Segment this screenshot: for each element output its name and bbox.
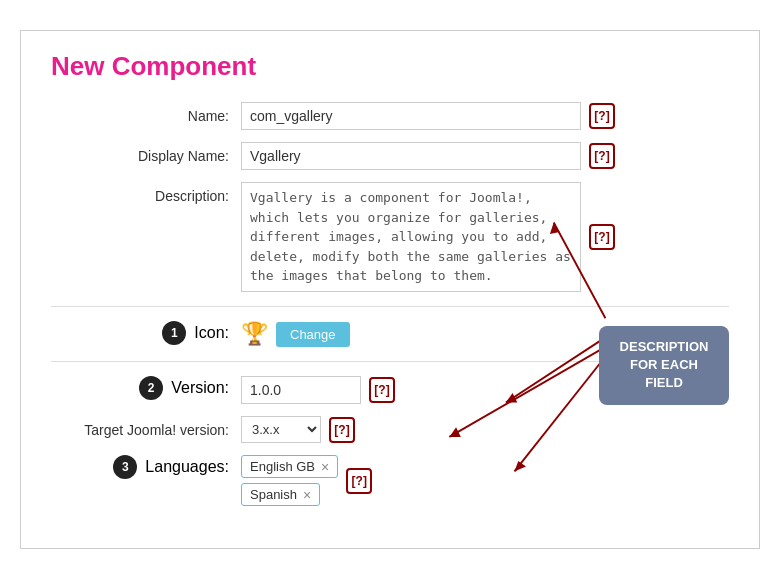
description-label: Description: (51, 182, 241, 204)
joomla-version-help-btn[interactable]: [?] (329, 417, 355, 443)
display-name-input-wrap: [?] (241, 142, 729, 170)
version-help-btn[interactable]: [?] (369, 377, 395, 403)
description-textarea[interactable]: Vgallery is a component for Joomla!, whi… (241, 182, 581, 292)
icon-image: 🏆 (241, 321, 268, 347)
display-name-input[interactable] (241, 142, 581, 170)
display-name-help-btn[interactable]: [?] (589, 143, 615, 169)
joomla-version-input-wrap: 3.x.x [?] (241, 416, 729, 443)
lang-tag-spanish-remove[interactable]: × (303, 488, 311, 502)
version-label: Version: (171, 379, 229, 397)
description-input-wrap: Vgallery is a component for Joomla!, whi… (241, 182, 729, 292)
languages-label-group: 3 Languages: (51, 455, 241, 479)
joomla-version-label: Target Joomla! version: (51, 416, 241, 438)
name-input[interactable] (241, 102, 581, 130)
lang-tag-spanish-label: Spanish (250, 487, 297, 502)
language-tags-container: English GB × Spanish × (241, 455, 338, 506)
version-input[interactable] (241, 376, 361, 404)
version-label-group: 2 Version: (51, 376, 241, 400)
page-title: New Component (51, 51, 729, 82)
name-input-wrap: [?] (241, 102, 729, 130)
display-name-label: Display Name: (51, 142, 241, 164)
description-row: Description: Vgallery is a component for… (51, 182, 729, 292)
icon-label: Icon: (194, 324, 229, 342)
tooltip-box: DESCRIPTION FOR EACH FIELD (599, 326, 729, 405)
icon-label-group: 1 Icon: (51, 321, 241, 345)
description-help-btn[interactable]: [?] (589, 224, 615, 250)
lang-tag-english: English GB × (241, 455, 338, 478)
change-button[interactable]: Change (276, 322, 350, 347)
languages-label: Languages: (145, 458, 229, 476)
name-help-btn[interactable]: [?] (589, 103, 615, 129)
languages-row: 3 Languages: English GB × Spanish × [?] (51, 455, 729, 506)
joomla-version-select[interactable]: 3.x.x (241, 416, 321, 443)
step-badge-1: 1 (162, 321, 186, 345)
step-badge-2: 2 (139, 376, 163, 400)
joomla-version-row: Target Joomla! version: 3.x.x [?] (51, 416, 729, 443)
lang-tag-english-label: English GB (250, 459, 315, 474)
lang-tag-english-remove[interactable]: × (321, 460, 329, 474)
step-badge-3: 3 (113, 455, 137, 479)
languages-input-wrap: English GB × Spanish × [?] (241, 455, 729, 506)
languages-help-btn[interactable]: [?] (346, 468, 372, 494)
display-name-row: Display Name: [?] (51, 142, 729, 170)
name-label: Name: (51, 102, 241, 124)
name-row: Name: [?] (51, 102, 729, 130)
lang-tag-spanish: Spanish × (241, 483, 320, 506)
